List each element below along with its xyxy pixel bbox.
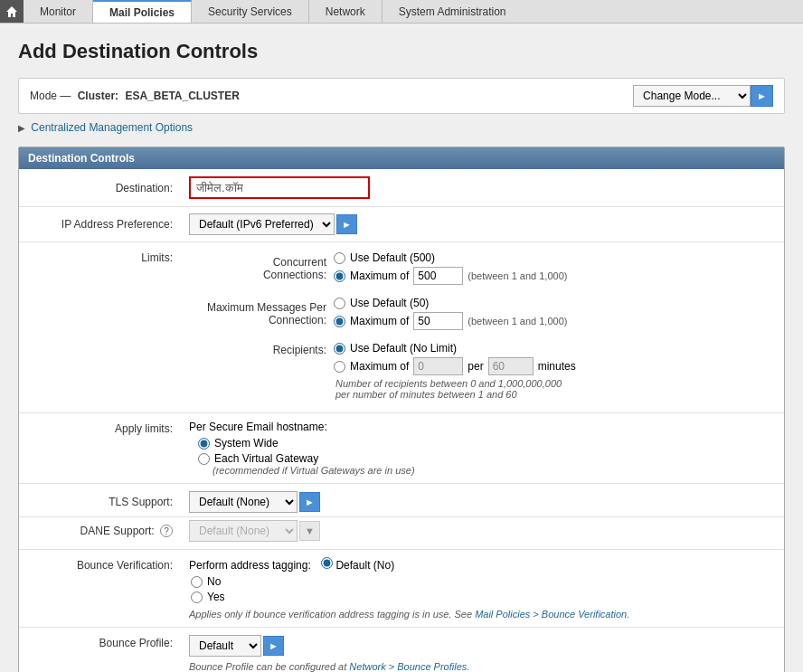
tab-mail-policies[interactable]: Mail Policies	[93, 0, 192, 23]
change-mode-arrow[interactable]: ►	[751, 85, 773, 107]
bounce-profile-row: Bounce Profile: Default ► Bounce Profile…	[19, 628, 784, 673]
perform-address-row: Perform address tagging: Default (No)	[189, 557, 777, 572]
system-wide-label: System Wide	[214, 437, 279, 450]
dane-select[interactable]: Default (None)	[189, 520, 298, 542]
cluster-label: Cluster:	[78, 90, 118, 102]
no-label: No	[207, 575, 221, 588]
dane-row: DANE Support: ? Default (None) ▼	[19, 517, 784, 550]
use-default-50-label: Use Default (50)	[350, 297, 429, 309]
default-no-label: Default (No)	[335, 559, 394, 572]
destination-row: Destination:	[19, 169, 784, 207]
max-of-label2: Maximum of	[350, 360, 409, 373]
dane-help-icon[interactable]: ?	[160, 525, 173, 537]
yes-row: Yes	[191, 591, 777, 603]
yes-radio[interactable]	[191, 592, 203, 603]
tls-select[interactable]: Default (None)	[189, 491, 298, 513]
between-1-1000-label: (between 1 and 1,000)	[468, 270, 567, 281]
svg-marker-0	[6, 6, 17, 17]
page-body: Add Destination Controls Mode — Cluster:…	[0, 24, 803, 672]
tab-network[interactable]: Network	[309, 0, 383, 23]
max-of-50-radio[interactable]	[334, 316, 345, 327]
destination-input[interactable]	[189, 176, 370, 199]
between-1-1000b-label: (between 1 and 1,000)	[468, 316, 567, 327]
perform-address-label: Perform address tagging:	[189, 559, 311, 572]
apply-limits-value: Per Secure Email hostname: System Wide E…	[182, 413, 784, 484]
concurrent-max-input[interactable]	[413, 267, 463, 285]
each-vg-radio[interactable]	[198, 453, 210, 465]
centralized-management: ▶ Centralized Management Options	[18, 119, 785, 136]
use-default-500-label: Use Default (500)	[350, 251, 435, 264]
nav-logo	[0, 0, 24, 23]
max-messages-row: Maximum Messages Per Connection: Use Def…	[189, 293, 777, 334]
concurrent-value: Use Default (500) Maximum of (between 1 …	[334, 248, 777, 289]
tls-arrow[interactable]: ►	[299, 492, 320, 512]
bounce-profile-select[interactable]: Default	[189, 635, 261, 657]
max-of-500-radio[interactable]	[334, 270, 345, 282]
bounce-verification-row: Bounce Verification: Perform address tag…	[19, 550, 784, 628]
no-radio[interactable]	[191, 576, 203, 588]
bounce-link1[interactable]: Mail Policies > Bounce Verification	[475, 609, 627, 620]
destination-controls-section: Destination Controls Destination: IP Add…	[18, 147, 785, 672]
tab-security-services[interactable]: Security Services	[192, 0, 309, 23]
form-table: Destination: IP Address Preference: Defa…	[19, 169, 784, 672]
use-default-500-row: Use Default (500)	[334, 251, 777, 264]
bounce-applies-note: Applies only if bounce verification addr…	[189, 609, 777, 620]
tls-value-cell: Default (None) ►	[182, 484, 784, 516]
ip-pref-arrow[interactable]: ►	[336, 214, 357, 234]
use-default-500-radio[interactable]	[334, 252, 345, 264]
per-secure-label: Per Secure Email hostname:	[189, 421, 777, 433]
bounce-profile-arrow[interactable]: ►	[263, 636, 284, 656]
system-wide-radio[interactable]	[198, 438, 210, 450]
use-default-50-row: Use Default (50)	[334, 297, 777, 309]
max-messages-value: Use Default (50) Maximum of (between 1 a…	[334, 293, 777, 334]
recipients-label: Recipients:	[189, 338, 334, 403]
dane-value-cell: Default (None) ▼	[182, 517, 784, 549]
bounce-verification-label: Bounce Verification:	[19, 550, 182, 628]
tab-monitor[interactable]: Monitor	[24, 0, 93, 23]
home-icon	[5, 5, 18, 18]
top-nav: Monitor Mail Policies Security Services …	[0, 0, 803, 24]
ip-pref-value-cell: Default (IPv6 Preferred) ►	[182, 207, 784, 241]
recipients-value-input[interactable]	[413, 357, 463, 375]
ip-pref-label: IP Address Preference:	[19, 207, 182, 242]
limits-label: Limits:	[19, 242, 182, 413]
system-wide-row: System Wide	[198, 437, 777, 450]
max-messages-label: Maximum Messages Per Connection:	[189, 293, 334, 334]
apply-limits-row: Apply limits: Per Secure Email hostname:…	[19, 413, 784, 484]
maximum-of-label: Maximum of	[350, 270, 409, 282]
use-default-no-limit-radio[interactable]	[334, 343, 345, 355]
recipients-note: Number of recipients between 0 and 1,000…	[335, 378, 777, 400]
apply-limits-label: Apply limits:	[19, 413, 182, 484]
use-default-no-limit-label: Use Default (No Limit)	[350, 342, 457, 355]
change-mode-select[interactable]: Change Mode...	[633, 85, 751, 107]
dane-label: DANE Support: ?	[19, 517, 182, 550]
ip-pref-select[interactable]: Default (IPv6 Preferred)	[189, 213, 335, 235]
dane-arrow[interactable]: ▼	[299, 521, 320, 541]
default-no-radio[interactable]	[321, 557, 333, 569]
each-vg-row: Each Virtual Gateway	[198, 452, 777, 465]
use-default-50-radio[interactable]	[334, 298, 345, 309]
recipients-row: Recipients: Use Default (No Limit) Maxim…	[189, 338, 777, 403]
bounce-profile-link[interactable]: Network > Bounce Profiles	[349, 661, 467, 672]
destination-label: Destination:	[19, 169, 182, 207]
section-header: Destination Controls	[19, 147, 784, 169]
concurrent-row: Concurrent Connections: Use Default (500…	[189, 248, 777, 289]
each-vg-label: Each Virtual Gateway	[214, 452, 318, 465]
destination-value-cell	[182, 169, 784, 207]
max-messages-input[interactable]	[413, 312, 463, 330]
limits-row: Limits: Concurrent Connections:	[19, 242, 784, 413]
centralized-link[interactable]: Centralized Management Options	[31, 121, 193, 134]
recipients-max-radio[interactable]	[334, 361, 345, 373]
per-label: per	[468, 360, 483, 373]
yes-label: Yes	[207, 591, 225, 603]
page-title: Add Destination Controls	[18, 40, 785, 63]
tab-system-administration[interactable]: System Administration	[383, 0, 523, 23]
bounce-profile-label: Bounce Profile:	[19, 628, 182, 673]
separator-row3	[189, 403, 777, 407]
max-of-0-row: Maximum of per minutes	[334, 357, 777, 375]
limits-value-cell: Concurrent Connections: Use Default (500…	[182, 242, 784, 413]
concurrent-label: Concurrent Connections:	[189, 248, 334, 289]
per-minutes-input[interactable]	[488, 357, 534, 375]
recipients-value: Use Default (No Limit) Maximum of per mi…	[334, 338, 777, 403]
bounce-profile-note: Bounce Profile can be configured at Netw…	[189, 661, 777, 672]
